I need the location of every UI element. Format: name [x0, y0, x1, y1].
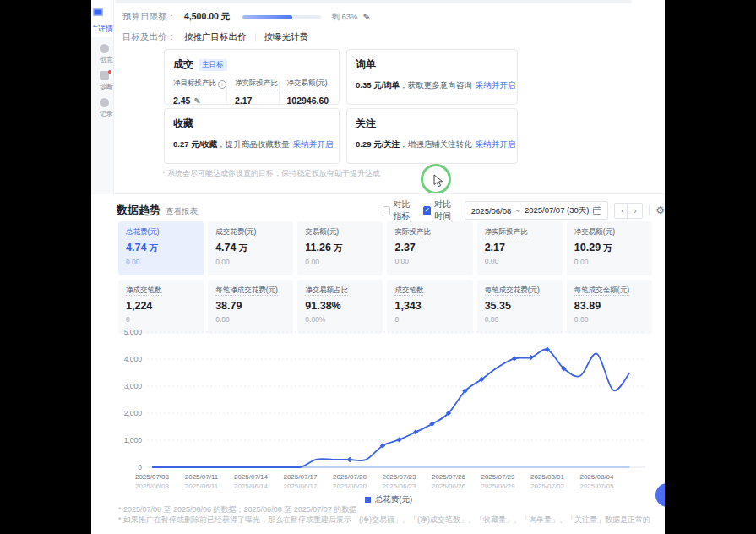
svg-text:1,000: 1,000 [124, 436, 143, 444]
svg-text:0: 0 [138, 463, 142, 471]
tab-bid-by-goal[interactable]: 按推广目标出价 [184, 31, 247, 43]
metric-card[interactable]: 净交易额(元)10.29 万0.00 [567, 221, 652, 275]
sidebar-icon-rail: 创意 诊断 记录 [91, 37, 114, 194]
svg-text:3,000: 3,000 [124, 382, 143, 390]
svg-text:2025/06/20: 2025/06/20 [333, 482, 367, 490]
metric-net-gmv: 净交易额(元) 102946.60 [279, 79, 331, 106]
svg-text:2025/06/23: 2025/06/23 [382, 482, 416, 490]
metric-card[interactable]: 每笔成交花费(元)35.350.00 [477, 280, 563, 334]
goal-footnote: * 系统会尽可能达成你设置的目标，保持稳定投放有助于提升达成 [162, 168, 380, 179]
view-report-link[interactable]: 查看报表 [166, 206, 198, 217]
legend-label: 总花费(元) [375, 494, 412, 505]
svg-text:2025/07/14: 2025/07/14 [234, 473, 269, 481]
svg-text:2025/07/29: 2025/07/29 [481, 473, 515, 481]
sidebar-item-diagnosis[interactable]: 诊断 [91, 71, 113, 91]
trend-section-title: 数据趋势 [117, 203, 160, 218]
metric-card[interactable]: 交易额(元)11.26 万0.00 [297, 221, 383, 275]
metric-card[interactable]: 净实际投产比2.170.00 [477, 221, 563, 275]
metric-card[interactable]: 实际投产比2.370.00 [387, 221, 472, 275]
svg-text:2025/07/26: 2025/07/26 [432, 473, 466, 481]
adopt-enable-link[interactable]: 采纳并开启 [476, 80, 516, 90]
metric-card[interactable]: 净成交笔数1,2240 [118, 280, 204, 334]
sidebar-item-creative[interactable]: 创意 [91, 44, 113, 64]
controls-divider [649, 205, 650, 215]
svg-text:5,000: 5,000 [124, 328, 143, 336]
compare-metric-checkbox[interactable]: 对比指标 [383, 199, 417, 222]
goal-card-follow: 关注 0.29 元/关注，增强店铺关注转化采纳并开启 [346, 108, 518, 164]
bid-mode-row: 目标及出价： 按推广目标出价 按曝光计费 [122, 31, 308, 43]
svg-text:2,000: 2,000 [124, 409, 143, 417]
svg-text:2025/08/04: 2025/08/04 [579, 473, 614, 481]
sidebar-item-detail[interactable]: 广详情 [93, 24, 113, 35]
svg-text:2025/07/11: 2025/07/11 [185, 473, 219, 481]
goal-card-title: 收藏 [173, 117, 330, 131]
info-icon[interactable] [218, 80, 226, 89]
cursor-icon [433, 174, 444, 188]
trend-chart-svg: 01,0002,0003,0004,0005,0002025/07/082025… [117, 328, 661, 497]
svg-text:2025/06/26: 2025/06/26 [432, 482, 466, 490]
checkbox-unchecked-icon[interactable] [383, 206, 390, 215]
svg-text:2025/06/08: 2025/06/08 [135, 482, 170, 490]
primary-goal-badge: 主目标 [199, 59, 227, 71]
svg-text:4,000: 4,000 [124, 355, 143, 363]
metric-net-target-roi: 净目标投产比 2.45✎ [173, 79, 226, 106]
metric-card-grid: 总花费(元)4.74 万0.00成交花费(元)4.74 万0.00交易额(元)1… [118, 221, 652, 334]
budget-progress-bar [242, 15, 321, 19]
compare-time-checkbox[interactable]: ✓ 对比时间 [423, 199, 458, 222]
trend-chart: 01,0002,0003,0004,0005,0002025/07/082025… [117, 328, 661, 497]
budget-remaining: 剩 63% [331, 12, 357, 23]
tab-bid-by-impression[interactable]: 按曝光计费 [264, 31, 309, 43]
goal-card-title: 关注 [356, 117, 509, 131]
calendar-icon [593, 206, 601, 215]
goal-card-title: 成交 [173, 57, 193, 72]
budget-row: 预算日限额： 4,500.00 元 剩 63% ✎ [122, 11, 371, 23]
goal-card-inquiry: 询单 0.35 元/询单，获取更多意向咨询采纳并开启 [346, 49, 518, 105]
goal-card-deal[interactable]: 成交 主目标 净目标投产比 2.45✎ 净实际投产比 2.17 净交易额(元) … [164, 49, 340, 105]
goal-card-favorite: 收藏 0.27 元/收藏，提升商品收藏数量采纳并开启 [164, 108, 340, 164]
metric-card[interactable]: 总花费(元)4.74 万0.00 [118, 221, 204, 275]
option-divider [255, 33, 256, 41]
svg-text:2025/07/23: 2025/07/23 [382, 473, 416, 481]
svg-text:2025/07/02: 2025/07/02 [530, 482, 565, 490]
sidebar-item-history[interactable]: 记录 [91, 98, 113, 118]
mini-sidebar: 广详情 创意 诊断 记录 [91, 0, 113, 534]
nav-logo-icon[interactable] [93, 8, 103, 16]
metric-card[interactable]: 成交笔数1,3430 [387, 280, 472, 334]
bid-mode-label: 目标及出价： [122, 31, 176, 43]
adopt-enable-link[interactable]: 采纳并开启 [293, 139, 334, 149]
adopt-enable-link[interactable]: 采纳并开启 [476, 139, 516, 149]
section-divider [114, 193, 665, 194]
gear-icon[interactable]: ⚙ [655, 204, 665, 216]
trend-controls: 对比指标 ✓ 对比时间 2025/06/08 ~ 2025/07/07 (30天… [383, 201, 665, 220]
svg-text:2025/07/20: 2025/07/20 [333, 473, 367, 481]
svg-text:2025/06/14: 2025/06/14 [234, 482, 269, 490]
svg-text:2025/08/01: 2025/08/01 [530, 473, 565, 481]
svg-text:2025/06/29: 2025/06/29 [481, 482, 515, 490]
screen: 广详情 创意 诊断 记录 预算日限额： 4,5 [0, 0, 756, 534]
svg-text:2025/06/17: 2025/06/17 [283, 482, 318, 490]
svg-text:2025/07/08: 2025/07/08 [135, 473, 170, 481]
app-window: 广详情 创意 诊断 记录 预算日限额： 4,5 [91, 0, 665, 534]
notification-dot [108, 70, 111, 74]
budget-edit-icon[interactable]: ✎ [362, 12, 370, 23]
sidebar-divider [113, 0, 114, 194]
metric-card[interactable]: 每笔成交金额(元)83.890.00 [567, 280, 652, 334]
date-range-picker[interactable]: 2025/06/08 ~ 2025/07/07 (30天) [465, 201, 609, 220]
svg-text:2025/07/17: 2025/07/17 [283, 473, 318, 481]
budget-progress-fill [242, 15, 292, 19]
checkbox-checked-icon[interactable]: ✓ [423, 206, 431, 215]
svg-text:2025/06/11: 2025/06/11 [185, 482, 219, 490]
svg-text:2025/07/05: 2025/07/05 [579, 482, 614, 490]
budget-label: 预算日限额： [122, 11, 176, 23]
metric-net-actual-roi: 净实际投产比 2.17 [226, 79, 279, 106]
next-period-button[interactable]: › [627, 203, 643, 219]
metric-card[interactable]: 每笔净成交花费(元)38.790.00 [208, 280, 293, 334]
history-icon [100, 98, 109, 107]
goal-card-title: 询单 [356, 57, 509, 72]
scroll-remnant-bar [115, 0, 632, 3]
roi-edit-icon[interactable]: ✎ [193, 96, 200, 106]
legend-marker [365, 497, 371, 503]
budget-value: 4,500.00 元 [184, 11, 230, 23]
metric-card[interactable]: 成交花费(元)4.74 万0.00 [208, 221, 293, 275]
metric-card[interactable]: 净交易额占比91.38%0.00% [297, 280, 383, 334]
